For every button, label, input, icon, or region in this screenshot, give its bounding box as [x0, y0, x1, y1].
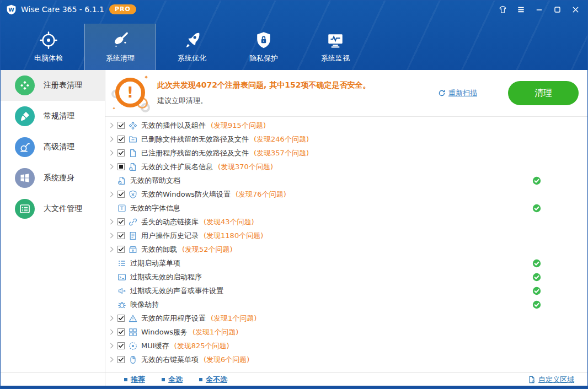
issue-found-count: (发现52个问题)	[182, 245, 233, 255]
w-shirt-icon	[499, 6, 507, 14]
tab-system-monitor[interactable]: 系统监视	[300, 24, 371, 70]
issue-found-count: (发现43个问题)	[204, 217, 254, 227]
expander-icon[interactable]	[110, 150, 117, 156]
issue-found-count: (发现76个问题)	[236, 190, 286, 199]
expander-icon[interactable]	[110, 164, 117, 170]
sidebar-item-registry-cleaner[interactable]: 注册表清理	[1, 70, 105, 101]
issue-label: 已注册程序残留的无效路径及文件	[141, 148, 249, 158]
w-max-icon	[553, 6, 562, 14]
issue-found-count: (发现6个问题)	[204, 355, 249, 365]
mouse-icon	[129, 355, 137, 364]
issue-row[interactable]: 无效的右键菜单项 (发现6个问题)	[105, 353, 587, 366]
menu-button[interactable]	[516, 5, 525, 14]
issue-row[interactable]: 过期启动菜单项	[105, 256, 587, 270]
issue-row[interactable]: 无效的应用程序设置 (发现1个问题)	[105, 311, 587, 325]
issue-found-count: (发现370个问题)	[218, 162, 273, 172]
issue-row[interactable]: 无效的文件扩展名信息 (发现370个问题)	[105, 160, 587, 174]
expander-icon[interactable]	[110, 219, 117, 225]
expander-icon[interactable]	[110, 329, 117, 335]
startup-icon	[117, 273, 126, 282]
issue-label: Windows服务	[141, 327, 188, 337]
w-min-icon	[535, 6, 543, 14]
custom-area-link[interactable]: 自定义区域	[528, 375, 574, 385]
rescan-link[interactable]: 重新扫描	[438, 88, 477, 98]
uninstall-icon	[129, 245, 137, 254]
font-icon	[117, 204, 126, 213]
sidebar-item-system-slimming[interactable]: 系统瘦身	[1, 163, 105, 193]
checkbox[interactable]	[117, 136, 125, 143]
select-none-link[interactable]: 全不选	[199, 375, 227, 385]
main-panel: ! 此次共发现4072个注册表问题, 其中152项不确定是否安全。 建议立即清理…	[105, 70, 587, 372]
skin-button[interactable]	[498, 5, 507, 14]
checkbox[interactable]	[117, 342, 125, 349]
issue-row[interactable]: Windows服务 (发现1个问题)	[105, 325, 587, 339]
issue-row[interactable]: 无效的字体信息	[105, 201, 587, 215]
monitor-icon	[326, 31, 345, 50]
checkbox[interactable]	[117, 232, 125, 239]
titlebar-controls	[498, 5, 580, 14]
expander-icon[interactable]	[110, 356, 117, 363]
sidebar-item-common-cleaner[interactable]: 常规清理	[1, 101, 105, 132]
issue-row[interactable]: 丢失的动态链接库 (发现43个问题)	[105, 215, 587, 229]
checkbox[interactable]	[117, 191, 125, 198]
sidebar-item-advanced-cleaner[interactable]: 高级清理	[1, 132, 105, 163]
issue-label: 过期或无效的启动程序	[130, 272, 202, 282]
issue-row[interactable]: 过期或无效的声音或事件设置	[105, 284, 587, 298]
footer-bar: 推荐 全选 全不选 自定义区域	[1, 372, 587, 386]
issue-row[interactable]: 用户操作历史记录 (发现1180个问题)	[105, 229, 587, 242]
rocket-icon	[183, 31, 201, 50]
checkbox[interactable]	[117, 356, 125, 363]
tab-privacy-protector[interactable]: 隐私保护	[228, 24, 300, 70]
issue-row[interactable]: 过期或无效的启动程序	[105, 270, 587, 284]
expander-icon[interactable]	[110, 122, 117, 128]
history-icon	[129, 231, 137, 240]
clean-button[interactable]: 清理	[508, 81, 579, 105]
checkbox[interactable]	[117, 122, 125, 129]
expander-icon[interactable]	[110, 233, 117, 239]
tab-label: 电脑体检	[34, 53, 63, 63]
issue-row[interactable]: 无效的Windows防火墙设置 (发现76个问题)	[105, 187, 587, 201]
window-title: Wise Care 365 - 6.1.1	[21, 5, 104, 14]
issue-row[interactable]: MUI缓存 (发现825个问题)	[105, 339, 587, 353]
checkbox[interactable]	[117, 328, 125, 336]
close-button[interactable]	[571, 5, 580, 14]
checkbox[interactable]	[117, 246, 125, 253]
checkbox[interactable]	[117, 163, 125, 170]
maximize-button[interactable]	[553, 5, 562, 14]
issue-label: 过期或无效的声音或事件设置	[130, 286, 223, 296]
issue-label: 无效的插件以及组件	[141, 121, 206, 131]
issue-row[interactable]: 已删除文件残留的无效路径及文件 (发现246个问题)	[105, 132, 587, 146]
window-bottom-edge	[1, 386, 587, 388]
safe-check-icon	[532, 259, 541, 268]
titlebar[interactable]: Wise Care 365 - 6.1.1 PRO	[1, 1, 587, 18]
issue-row[interactable]: 无效的帮助文档	[105, 174, 587, 187]
issue-label: 无效的Windows防火墙设置	[141, 190, 231, 199]
issue-row[interactable]: 无效的卸载 (发现52个问题)	[105, 242, 587, 256]
scan-result-text: 此次共发现4072个注册表问题, 其中152项不确定是否安全。	[157, 80, 438, 90]
expander-icon[interactable]	[110, 315, 117, 321]
sidebar-item-big-files-manager[interactable]: 大文件管理	[1, 193, 105, 224]
recommend-link[interactable]: 推荐	[124, 375, 145, 385]
issue-row[interactable]: 无效的插件以及组件 (发现915个问题)	[105, 118, 587, 132]
help-doc-icon	[117, 176, 126, 185]
issue-row[interactable]: 已注册程序残留的无效路径及文件 (发现357个问题)	[105, 146, 587, 160]
minimize-button[interactable]	[534, 5, 543, 14]
expander-icon[interactable]	[110, 343, 117, 349]
expander-icon[interactable]	[110, 191, 117, 197]
warning-icon: !	[112, 75, 148, 111]
issue-row[interactable]: 映像劫持	[105, 298, 587, 311]
checkbox[interactable]	[117, 315, 125, 322]
issue-label: MUI缓存	[141, 341, 169, 351]
checkbox[interactable]	[117, 218, 125, 225]
sidebar-item-label: 大文件管理	[44, 204, 82, 214]
bullet-icon	[199, 378, 202, 381]
document-icon	[528, 376, 536, 383]
sidebar-item-label: 常规清理	[44, 111, 74, 121]
expander-icon[interactable]	[110, 246, 117, 252]
tab-system-tuneup[interactable]: 系统优化	[156, 24, 228, 70]
tab-pc-checkup[interactable]: 电脑体检	[13, 24, 84, 70]
select-all-link[interactable]: 全选	[162, 375, 183, 385]
expander-icon[interactable]	[110, 136, 117, 142]
checkbox[interactable]	[117, 149, 125, 156]
tab-system-cleaner[interactable]: 系统清理	[84, 24, 156, 70]
